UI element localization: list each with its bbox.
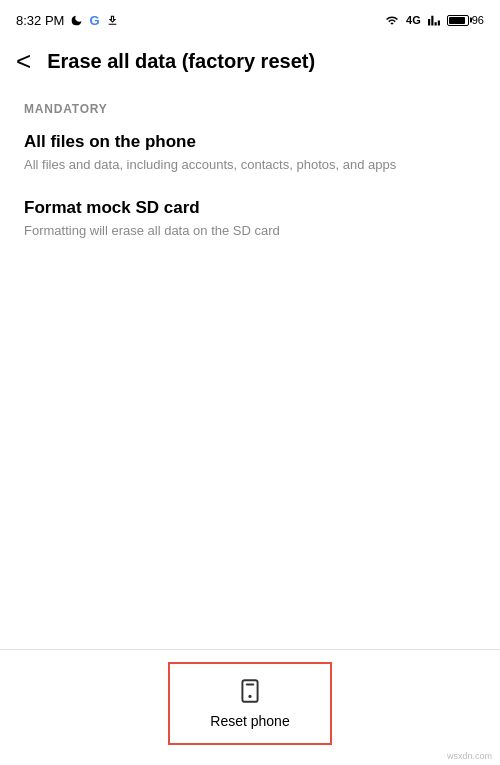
status-time: 8:32 PM [16,13,64,28]
item-sd-card: Format mock SD card Formatting will eras… [24,198,476,240]
main-content: MANDATORY All files on the phone All fil… [0,86,500,272]
wifi-icon [384,14,400,27]
moon-icon [70,14,83,27]
download-icon [106,14,119,27]
reset-phone-label: Reset phone [210,713,289,729]
item-all-files-title: All files on the phone [24,132,476,152]
network-4g: 4G [406,14,421,26]
item-all-files: All files on the phone All files and dat… [24,132,476,174]
status-right: 4G 96 [384,14,484,27]
page-header: < Erase all data (factory reset) [0,36,500,86]
item-sd-card-title: Format mock SD card [24,198,476,218]
section-mandatory-label: MANDATORY [24,102,476,116]
page-title: Erase all data (factory reset) [47,49,315,73]
status-left: 8:32 PM G [16,13,119,28]
google-icon: G [89,13,99,28]
item-all-files-desc: All files and data, including accounts, … [24,156,476,174]
signal-icon [427,14,441,27]
bottom-bar: Reset phone [0,649,500,765]
reset-phone-icon [237,678,263,707]
battery-icon: 96 [447,14,484,26]
status-bar: 8:32 PM G 4G 96 [0,0,500,36]
item-sd-card-desc: Formatting will erase all data on the SD… [24,222,476,240]
watermark: wsxdn.com [447,751,492,761]
reset-phone-button[interactable]: Reset phone [168,662,331,745]
svg-rect-0 [242,680,257,702]
svg-point-1 [248,695,251,698]
back-button[interactable]: < [16,48,31,74]
